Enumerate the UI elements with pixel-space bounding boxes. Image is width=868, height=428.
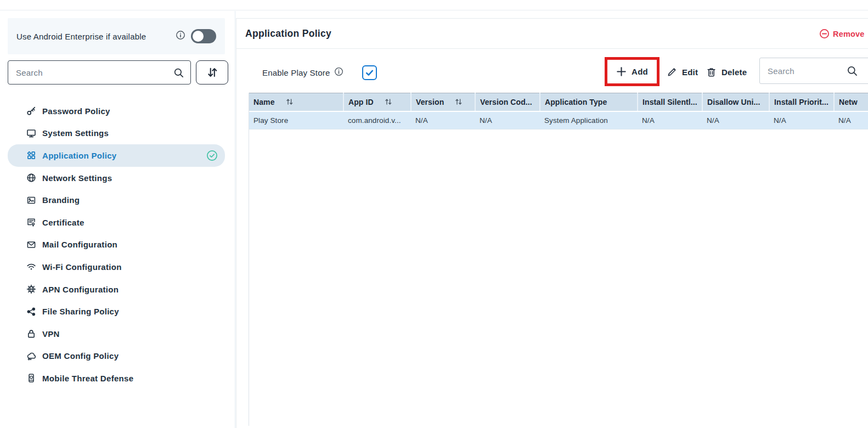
- android-enterprise-row: Use Android Enterprise if available: [8, 18, 225, 54]
- globe-icon: [26, 173, 36, 183]
- pencil-icon: [667, 67, 677, 77]
- apps-grid-icon: [26, 150, 36, 160]
- sidebar-item-vpn[interactable]: VPN: [8, 323, 225, 345]
- enable-play-store-checkbox[interactable]: [362, 65, 377, 80]
- edit-button[interactable]: Edit: [667, 61, 698, 82]
- sidebar-item-label: Network Settings: [42, 173, 112, 183]
- sidebar-item-apn-configuration[interactable]: APN Configuration: [8, 278, 225, 301]
- column-header-application-type[interactable]: Application Type: [540, 93, 638, 111]
- sort-arrows-icon: [206, 66, 219, 79]
- cell-install-priority: N/A: [769, 111, 834, 129]
- sidebar-search-row: [8, 60, 228, 85]
- sort-icon[interactable]: [286, 98, 294, 105]
- cloud-key-icon: [26, 351, 36, 361]
- column-header-install-silently[interactable]: Install Silentl...: [638, 93, 702, 111]
- table-row[interactable]: Play Store com.android.v... N/A N/A Syst…: [249, 111, 868, 129]
- cell-disallow-uninstall: N/A: [702, 111, 769, 129]
- sidebar-item-label: Mail Configuration: [42, 240, 117, 249]
- sidebar-item-label: OEM Config Policy: [42, 351, 119, 361]
- application-table: Name App ID Version Version Cod... Appli…: [249, 93, 868, 129]
- policy-nav: Password Policy System Settings Applicat…: [8, 100, 225, 390]
- policy-sidebar: Use Android Enterprise if available: [0, 11, 235, 428]
- column-header-install-priority[interactable]: Install Priorit...: [769, 93, 834, 111]
- sort-icon[interactable]: [385, 98, 392, 105]
- mail-icon: [26, 240, 36, 250]
- sidebar-item-label: System Settings: [42, 128, 109, 138]
- column-header-disallow-uninstall[interactable]: Disallow Uni...: [702, 93, 769, 111]
- sidebar-item-file-sharing-policy[interactable]: File Sharing Policy: [8, 300, 225, 323]
- sidebar-item-network-settings[interactable]: Network Settings: [8, 167, 225, 189]
- share-nodes-icon: [26, 307, 36, 317]
- plus-icon: [616, 66, 627, 77]
- enable-play-store-row: Enable Play Store: [262, 65, 377, 80]
- delete-label: Delete: [722, 67, 747, 77]
- cell-app-id: com.android.v...: [343, 111, 411, 129]
- gear-globe-icon: [26, 284, 36, 294]
- sidebar-item-label: Certificate: [42, 218, 84, 227]
- sidebar-item-password-policy[interactable]: Password Policy: [8, 100, 225, 122]
- cell-version-code: N/A: [475, 111, 540, 129]
- sidebar-item-certificate[interactable]: Certificate: [8, 211, 225, 234]
- padlock-icon: [26, 329, 36, 339]
- checkmark-icon: [365, 68, 374, 77]
- column-header-version[interactable]: Version: [411, 93, 475, 111]
- page-title: Application Policy: [245, 28, 331, 40]
- sidebar-item-application-policy[interactable]: Application Policy: [8, 144, 225, 167]
- sidebar-item-branding[interactable]: Branding: [8, 189, 225, 211]
- sidebar-item-label: Application Policy: [42, 151, 116, 160]
- panel-header: Application Policy Remove: [236, 19, 868, 49]
- sidebar-item-label: File Sharing Policy: [42, 307, 119, 316]
- wifi-icon: [26, 262, 36, 272]
- info-icon[interactable]: [334, 67, 343, 78]
- sidebar-item-label: APN Configuration: [42, 285, 119, 294]
- image-icon: [26, 195, 36, 205]
- sidebar-item-wifi-configuration[interactable]: Wi-Fi Configuration: [8, 256, 225, 278]
- column-header-network[interactable]: Netw: [834, 93, 868, 111]
- certificate-icon: [26, 217, 36, 227]
- sidebar-item-label: VPN: [42, 329, 60, 339]
- sidebar-sort-button[interactable]: [196, 60, 228, 85]
- sidebar-item-label: Mobile Threat Defense: [42, 374, 133, 383]
- trash-icon: [706, 67, 717, 77]
- sidebar-item-label: Wi-Fi Configuration: [42, 262, 122, 272]
- sidebar-item-label: Branding: [42, 195, 80, 205]
- cell-version: N/A: [411, 111, 475, 129]
- sidebar-item-oem-config-policy[interactable]: OEM Config Policy: [8, 345, 225, 368]
- column-header-version-code[interactable]: Version Cod...: [475, 93, 540, 111]
- column-header-name[interactable]: Name: [249, 93, 343, 111]
- sidebar-item-mobile-threat-defense[interactable]: Mobile Threat Defense: [8, 367, 225, 390]
- sidebar-search-input[interactable]: [8, 61, 190, 84]
- key-icon: [26, 106, 36, 116]
- phone-shield-icon: [26, 373, 36, 383]
- search-icon: [173, 67, 184, 78]
- delete-button[interactable]: Delete: [706, 61, 747, 82]
- add-button-highlight: Add: [605, 57, 660, 86]
- cell-install-silently: N/A: [638, 111, 702, 129]
- search-icon: [847, 65, 858, 77]
- remove-button[interactable]: Remove: [819, 19, 865, 49]
- toggle-knob: [193, 31, 204, 42]
- minus-circle-icon: [819, 29, 830, 39]
- cell-name: Play Store: [249, 111, 343, 129]
- android-enterprise-label: Use Android Enterprise if available: [16, 32, 146, 41]
- cell-network: N/A: [834, 111, 868, 129]
- monitor-icon: [26, 128, 36, 138]
- sidebar-item-system-settings[interactable]: System Settings: [8, 122, 225, 145]
- sidebar-item-mail-configuration[interactable]: Mail Configuration: [8, 234, 225, 256]
- remove-label: Remove: [833, 30, 865, 38]
- application-table-container: Name App ID Version Version Cod... Appli…: [249, 93, 868, 426]
- info-icon[interactable]: [176, 30, 185, 42]
- edit-label: Edit: [682, 67, 698, 77]
- column-header-app-id[interactable]: App ID: [343, 93, 411, 111]
- sidebar-search: [8, 60, 191, 85]
- android-enterprise-toggle[interactable]: [191, 29, 216, 43]
- top-border: [0, 0, 868, 10]
- add-button[interactable]: Add: [616, 66, 648, 77]
- add-label: Add: [632, 67, 648, 76]
- table-header-row: Name App ID Version Version Cod... Appli…: [249, 93, 868, 111]
- sort-icon[interactable]: [455, 98, 463, 105]
- application-policy-panel: Application Policy Remove Enable Play St…: [236, 18, 868, 428]
- sidebar-item-label: Password Policy: [42, 106, 110, 116]
- table-search: [759, 58, 868, 84]
- enable-play-store-label: Enable Play Store: [262, 68, 330, 77]
